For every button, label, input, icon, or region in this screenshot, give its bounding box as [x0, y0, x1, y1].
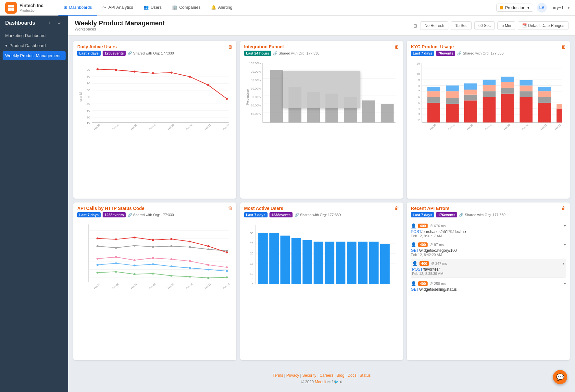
api-error-4: 👤 400 ⏱ 258 ms ▾ GET/widgets/selling/sta…	[411, 279, 566, 294]
footer-moesif-link[interactable]: Moesif	[315, 380, 326, 384]
status-400-1: 400	[418, 224, 427, 228]
user-label[interactable]: larry+1	[551, 5, 564, 10]
footer-docs[interactable]: Docs	[347, 373, 356, 378]
time-badge-1: ⏱ 676 ms	[430, 224, 446, 228]
footer-social-icons: ✉ f 🐦 ⑆	[327, 380, 342, 384]
refresh-5min-button[interactable]: 5 Min	[497, 21, 515, 30]
time-badge-4: ⏱ 258 ms	[430, 282, 446, 286]
share-errors: 🔗 Shared with Org: 177:330	[459, 213, 505, 217]
sidebar-item-weekly-product[interactable]: Weekly Product Management	[3, 51, 66, 60]
footer-terms[interactable]: Terms	[272, 373, 283, 378]
svg-point-136	[189, 246, 191, 248]
calendar-icon: 📅	[522, 23, 527, 28]
svg-text:10: 10	[417, 72, 420, 76]
footer-security[interactable]: Security	[302, 373, 316, 378]
date-range-button[interactable]: 📅 Default Date Ranges	[518, 21, 569, 30]
status-400-3: 400	[419, 261, 429, 266]
svg-point-153	[207, 264, 209, 266]
widget-integration-funnel-delete[interactable]: 🗑	[394, 44, 399, 49]
expand-icon-1[interactable]: ▾	[564, 224, 566, 228]
svg-text:Feb 11: Feb 11	[540, 123, 548, 130]
svg-text:Feb 05: Feb 05	[429, 123, 437, 130]
api-calls-chart: Feb 05 Feb 06 Feb 07 Feb 08 Feb 09 Feb 1…	[77, 221, 232, 296]
refresh-60-button[interactable]: 60 Sec	[474, 21, 495, 30]
user-avatar[interactable]: LA	[537, 3, 547, 13]
integration-funnel-chart: 100.00% 90.00% 80.00% 70.00% 60.00% 50.0…	[244, 60, 399, 134]
brand-logo[interactable]	[5, 2, 17, 14]
svg-rect-98	[483, 85, 496, 91]
funnel-overlay	[283, 71, 360, 108]
footer-blog[interactable]: Blog	[337, 373, 344, 378]
sidebar-item-product-dashboard[interactable]: ▾ Product Dashboard	[0, 41, 68, 51]
svg-rect-97	[483, 91, 496, 97]
most-active-users-chart: 30 25 20 15 10 0	[244, 221, 399, 296]
expand-icon-2[interactable]: ▾	[564, 242, 566, 247]
sidebar-item-marketing-dashboard[interactable]: Marketing Dashboard	[0, 31, 68, 41]
svg-text:70: 70	[86, 82, 90, 85]
svg-text:Feb 06: Feb 06	[111, 283, 119, 289]
svg-text:Feb 12: Feb 12	[554, 123, 562, 130]
footer-privacy[interactable]: Privacy	[286, 373, 299, 378]
svg-text:8: 8	[419, 84, 420, 87]
brand-env: Production	[19, 8, 44, 12]
share-dau: 🔗 Shared with Org: 177:330	[128, 51, 174, 55]
collapse-sidebar-icon[interactable]: «	[56, 19, 63, 27]
nav-users-label: Users	[151, 5, 162, 10]
svg-point-163	[96, 272, 99, 274]
refresh-15-button[interactable]: 15 Sec	[451, 21, 471, 30]
svg-text:5: 5	[252, 277, 253, 281]
chat-button[interactable]: 💬	[553, 370, 567, 384]
svg-rect-87	[428, 87, 441, 92]
svg-text:40: 40	[86, 102, 90, 105]
svg-text:80: 80	[86, 75, 90, 79]
svg-text:50.00%: 50.00%	[251, 104, 261, 107]
footer-careers[interactable]: Careers	[319, 373, 333, 378]
svg-rect-89	[446, 98, 459, 104]
svg-text:Feb 08: Feb 08	[148, 283, 156, 289]
delete-dashboard-icon[interactable]: 🗑	[413, 23, 418, 28]
badge-24h-funnel: Last 24 hours	[244, 51, 271, 56]
svg-point-150	[152, 257, 154, 259]
widget-most-active-title: Most Active Users	[244, 206, 283, 211]
svg-text:Feb 07: Feb 07	[466, 123, 474, 130]
no-refresh-button[interactable]: No Refresh	[420, 21, 448, 30]
svg-rect-194	[280, 236, 290, 284]
api-endpoint-2: GET/widgets/category/100	[411, 248, 456, 253]
svg-rect-195	[291, 238, 301, 284]
api-error-1: 👤 400 ⏱ 676 ms ▾ POST/purchases/55179/de…	[411, 221, 566, 240]
nav-users[interactable]: 👥 Users	[138, 0, 167, 16]
expand-icon-3[interactable]: ▾	[563, 261, 565, 266]
widget-api-errors-delete[interactable]: 🗑	[561, 206, 566, 211]
expand-icon-4[interactable]: ▾	[564, 281, 566, 286]
nav-api-analytics[interactable]: 〜 API Analytics	[97, 0, 138, 16]
clock-icon-2: ⏱	[430, 243, 433, 247]
svg-rect-0	[8, 5, 11, 7]
badge-7days-mau: Last 7 days	[244, 212, 268, 217]
dashboard-controls: 🗑 No Refresh 15 Sec 60 Sec 5 Min 📅 Defau…	[413, 21, 569, 30]
widget-api-calls-delete[interactable]: 🗑	[228, 206, 232, 211]
kyc-chart: 20 10 9 8 7 6 5 4 3 2	[411, 60, 566, 134]
svg-rect-85	[428, 97, 441, 103]
add-dashboard-icon[interactable]: ＋	[46, 19, 53, 27]
svg-point-145	[207, 245, 209, 247]
widget-most-active-delete[interactable]: 🗑	[394, 206, 399, 211]
svg-point-140	[115, 239, 117, 240]
svg-text:Feb 12: Feb 12	[222, 283, 230, 289]
footer-status[interactable]: Status	[360, 373, 371, 378]
svg-text:25: 25	[250, 242, 253, 245]
nav-dashboards[interactable]: ⊞ Dashboards	[58, 0, 97, 16]
badge-7days-kyc: Last 7 days	[411, 51, 434, 56]
nav-companies[interactable]: 🏢 Companies	[167, 0, 206, 16]
timestamp-2: Feb 12, 8:42:20 AM	[411, 253, 566, 257]
status-400-2: 400	[418, 242, 427, 247]
widget-daily-active-users-delete[interactable]: 🗑	[228, 44, 232, 49]
badge-7days-api: Last 7 days	[77, 212, 101, 217]
svg-rect-93	[464, 95, 477, 101]
env-selector[interactable]: Production ▾	[496, 4, 533, 12]
svg-rect-110	[538, 91, 551, 97]
svg-rect-108	[538, 103, 551, 123]
svg-point-157	[133, 264, 136, 266]
timestamp-3: Feb 12, 8:38:39 AM	[412, 272, 565, 276]
widget-kyc-delete[interactable]: 🗑	[561, 44, 566, 49]
nav-alerting[interactable]: 🔔 Alerting	[206, 0, 238, 16]
